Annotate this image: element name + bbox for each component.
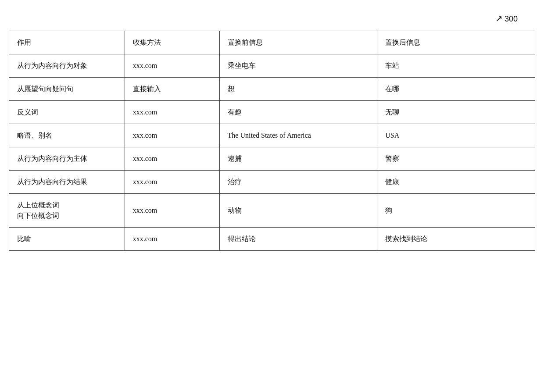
cell-before-1: 想 — [219, 78, 377, 101]
cell-before-5: 治疗 — [219, 171, 377, 194]
header-after: 置换后信息 — [377, 31, 535, 54]
cell-before-7: 得出结论 — [219, 228, 377, 251]
cell-function-3: 略语、别名 — [9, 124, 125, 147]
table-row: 反义词xxx.com有趣无聊 — [9, 101, 535, 124]
cell-before-6: 动物 — [219, 194, 377, 228]
cell-method-3: xxx.com — [125, 124, 219, 147]
cell-function-4: 从行为内容向行为主体 — [9, 147, 125, 171]
cell-after-5: 健康 — [377, 171, 535, 194]
page-container: ↗300 作用 收集方法 置换前信息 置换后信息 从行为内容向行为对象xxx.c… — [9, 9, 535, 251]
cell-before-0: 乘坐电车 — [219, 54, 377, 78]
cell-function-6: 从上位概念词 向下位概念词 — [9, 194, 125, 228]
cell-after-6: 狗 — [377, 194, 535, 228]
cell-method-2: xxx.com — [125, 101, 219, 124]
figure-arrow: ↗ — [495, 14, 503, 23]
cell-function-0: 从行为内容向行为对象 — [9, 54, 125, 78]
table-row: 从行为内容向行为对象xxx.com乘坐电车车站 — [9, 54, 535, 78]
table-row: 略语、别名xxx.comThe United States of America… — [9, 124, 535, 147]
cell-function-2: 反义词 — [9, 101, 125, 124]
cell-method-6: xxx.com — [125, 194, 219, 228]
cell-function-5: 从行为内容向行为结果 — [9, 171, 125, 194]
cell-after-3: USA — [377, 124, 535, 147]
figure-label: ↗300 — [495, 13, 518, 24]
cell-before-4: 逮捕 — [219, 147, 377, 171]
header-method: 收集方法 — [125, 31, 219, 54]
cell-method-1: 直接输入 — [125, 78, 219, 101]
cell-method-7: xxx.com — [125, 228, 219, 251]
table-header-row: 作用 收集方法 置换前信息 置换后信息 — [9, 31, 535, 54]
cell-after-2: 无聊 — [377, 101, 535, 124]
cell-before-2: 有趣 — [219, 101, 377, 124]
cell-after-4: 警察 — [377, 147, 535, 171]
cell-function-7: 比喻 — [9, 228, 125, 251]
figure-number: 300 — [505, 14, 518, 23]
header-function: 作用 — [9, 31, 125, 54]
table-row: 从愿望句向疑问句直接输入想在哪 — [9, 78, 535, 101]
table-row: 从行为内容向行为主体xxx.com逮捕警察 — [9, 147, 535, 171]
cell-after-1: 在哪 — [377, 78, 535, 101]
table-row: 比喻xxx.com得出结论摸索找到结论 — [9, 228, 535, 251]
cell-method-4: xxx.com — [125, 147, 219, 171]
cell-method-5: xxx.com — [125, 171, 219, 194]
cell-method-0: xxx.com — [125, 54, 219, 78]
table-row: 从行为内容向行为结果xxx.com治疗健康 — [9, 171, 535, 194]
cell-after-7: 摸索找到结论 — [377, 228, 535, 251]
cell-before-3: The United States of America — [219, 124, 377, 147]
cell-after-0: 车站 — [377, 54, 535, 78]
table-row: 从上位概念词 向下位概念词xxx.com动物狗 — [9, 194, 535, 228]
data-table: 作用 收集方法 置换前信息 置换后信息 从行为内容向行为对象xxx.com乘坐电… — [9, 31, 535, 251]
header-before: 置换前信息 — [219, 31, 377, 54]
cell-function-1: 从愿望句向疑问句 — [9, 78, 125, 101]
